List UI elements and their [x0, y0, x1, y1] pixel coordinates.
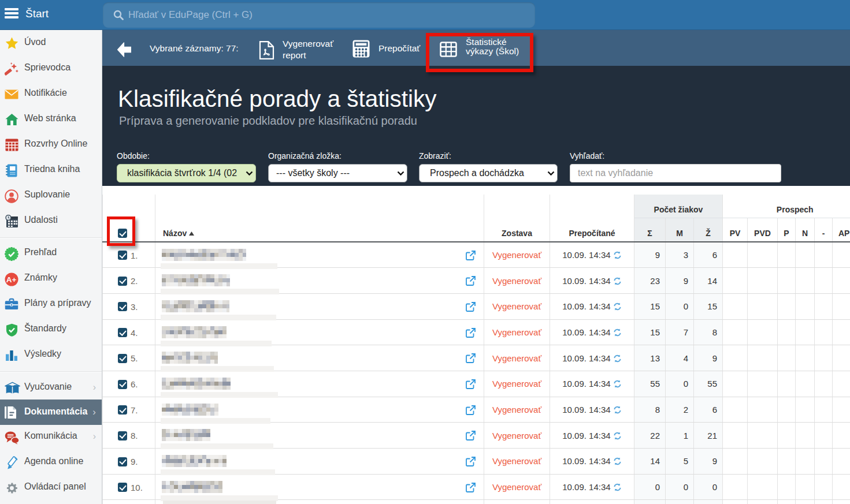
- svg-text:A+: A+: [6, 275, 17, 284]
